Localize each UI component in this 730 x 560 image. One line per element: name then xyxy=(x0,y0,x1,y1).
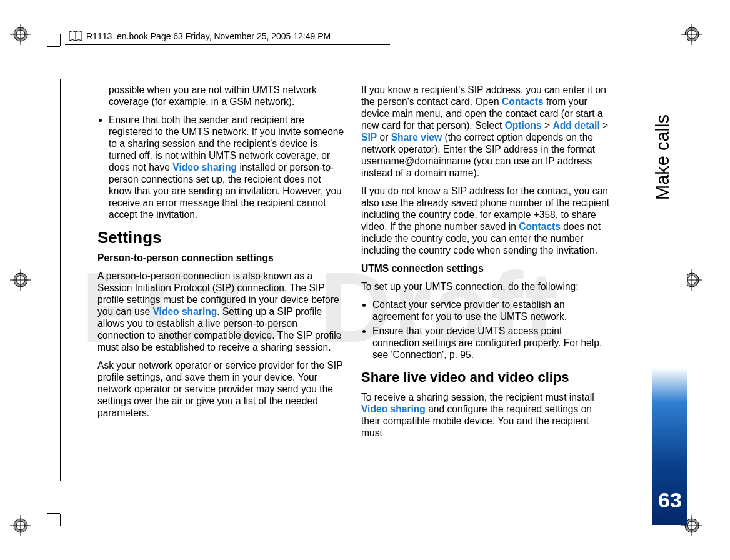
crop-line xyxy=(60,79,61,481)
book-icon xyxy=(69,31,82,42)
subheading-p2p: Person-to-person connection settings xyxy=(98,252,346,264)
list-item: Ensure that both the sender and recipien… xyxy=(109,114,346,221)
body-text: A person-to-person connection is also kn… xyxy=(98,270,346,353)
bullet-list: Contact your service provider to establi… xyxy=(361,299,610,361)
body-text: If you know a recipient's SIP address, y… xyxy=(361,84,610,179)
crop-line xyxy=(58,501,655,501)
link-text: SIP xyxy=(361,132,377,142)
link-text: Video sharing xyxy=(172,162,237,172)
section-heading-share: Share live video and video clips xyxy=(361,369,610,386)
body-text: > xyxy=(600,120,608,131)
chapter-title: Make calls xyxy=(652,56,688,204)
side-tab: Make calls 63 xyxy=(652,35,688,525)
crop-tick xyxy=(60,34,61,46)
bullet-list: Ensure that both the sender and recipien… xyxy=(98,114,346,221)
registration-mark-icon xyxy=(10,515,31,536)
body-text: To receive a sharing session, the recipi… xyxy=(361,391,610,439)
body-text: or xyxy=(377,132,391,142)
body-text: Ask your network operator or service pro… xyxy=(98,359,346,419)
crop-tick xyxy=(60,514,61,526)
left-column: possible when you are not within UMTS ne… xyxy=(98,84,346,485)
crop-tick xyxy=(48,46,60,47)
link-text: Video sharing xyxy=(361,404,426,414)
page-content: possible when you are not within UMTS ne… xyxy=(98,84,610,485)
crop-tick xyxy=(48,513,60,514)
list-item: Contact your service provider to establi… xyxy=(372,299,610,322)
right-column: If you know a recipient's SIP address, y… xyxy=(361,84,610,485)
body-text: To set up your UMTS connection, do the f… xyxy=(361,281,610,292)
link-text: Add detail xyxy=(552,120,599,131)
registration-mark-icon xyxy=(10,269,31,291)
registration-mark-icon xyxy=(10,24,31,45)
body-text: To receive a sharing session, the recipi… xyxy=(361,392,594,402)
body-text: > xyxy=(542,120,553,131)
body-text: possible when you are not within UMTS ne… xyxy=(109,84,346,108)
header-text: R1113_en.book Page 63 Friday, November 2… xyxy=(86,31,331,41)
link-text: Video sharing xyxy=(152,306,217,317)
link-text: Share view xyxy=(391,132,442,142)
framemaker-header: R1113_en.book Page 63 Friday, November 2… xyxy=(65,29,390,45)
list-item: Ensure that your device UMTS access poin… xyxy=(372,325,610,361)
section-heading-settings: Settings xyxy=(98,228,346,248)
link-text: Contacts xyxy=(502,96,544,107)
link-text: Options xyxy=(505,120,542,131)
link-text: Contacts xyxy=(519,221,561,232)
crop-line xyxy=(58,59,655,59)
body-text: If you do not know a SIP address for the… xyxy=(361,185,610,256)
page-number: 63 xyxy=(652,488,688,512)
subheading-utms: UTMS connection settings xyxy=(361,262,610,274)
